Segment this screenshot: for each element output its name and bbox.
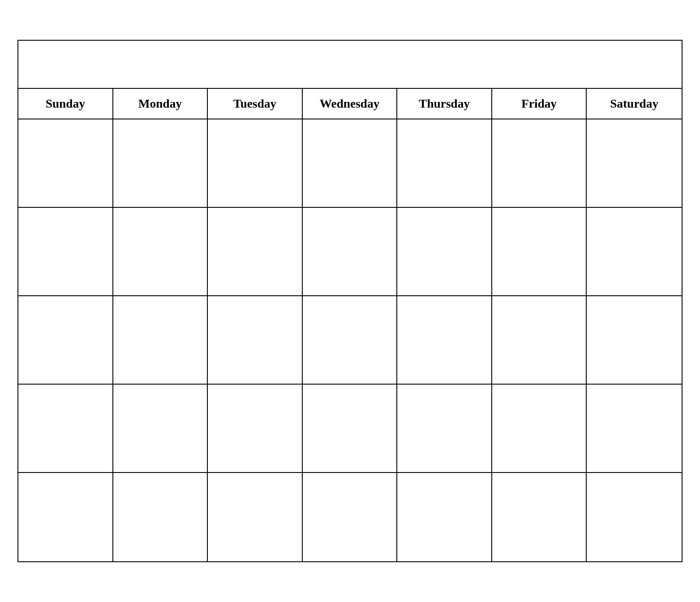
cell-w3-wed[interactable] [303, 296, 398, 384]
day-header-monday: Monday [113, 89, 208, 119]
cell-w5-sat[interactable] [587, 473, 682, 561]
week-row-5 [18, 473, 682, 561]
cell-w4-thu[interactable] [397, 385, 492, 472]
cell-w1-sun[interactable] [18, 119, 113, 207]
cell-w2-wed[interactable] [303, 208, 398, 295]
cell-w5-wed[interactable] [303, 473, 398, 561]
cell-w1-tue[interactable] [208, 119, 303, 207]
calendar-title-area [18, 41, 682, 89]
cell-w5-thu[interactable] [397, 473, 492, 561]
cell-w1-fri[interactable] [492, 119, 587, 207]
day-header-sunday: Sunday [18, 89, 113, 119]
day-header-thursday: Thursday [397, 89, 492, 119]
cell-w4-fri[interactable] [492, 385, 587, 472]
cell-w2-sat[interactable] [587, 208, 682, 295]
cell-w5-mon[interactable] [113, 473, 208, 561]
day-header-wednesday: Wednesday [303, 89, 398, 119]
cell-w2-fri[interactable] [492, 208, 587, 295]
cell-w4-tue[interactable] [208, 385, 303, 472]
cell-w2-mon[interactable] [113, 208, 208, 295]
week-row-1 [18, 119, 682, 208]
week-row-3 [18, 296, 682, 385]
calendar-grid [18, 119, 682, 561]
cell-w2-thu[interactable] [397, 208, 492, 295]
cell-w4-wed[interactable] [303, 385, 398, 472]
cell-w2-sun[interactable] [18, 208, 113, 295]
cell-w4-mon[interactable] [113, 385, 208, 472]
cell-w1-wed[interactable] [303, 119, 398, 207]
day-header-tuesday: Tuesday [208, 89, 303, 119]
day-header-friday: Friday [492, 89, 587, 119]
cell-w1-sat[interactable] [587, 119, 682, 207]
cell-w3-tue[interactable] [208, 296, 303, 384]
cell-w3-mon[interactable] [113, 296, 208, 384]
days-header: Sunday Monday Tuesday Wednesday Thursday… [18, 89, 682, 119]
cell-w2-tue[interactable] [208, 208, 303, 295]
cell-w3-thu[interactable] [397, 296, 492, 384]
cell-w5-tue[interactable] [208, 473, 303, 561]
cell-w5-fri[interactable] [492, 473, 587, 561]
cell-w5-sun[interactable] [18, 473, 113, 561]
week-row-4 [18, 385, 682, 473]
cell-w3-sat[interactable] [587, 296, 682, 384]
cell-w4-sun[interactable] [18, 385, 113, 472]
calendar: Sunday Monday Tuesday Wednesday Thursday… [18, 40, 682, 562]
week-row-2 [18, 208, 682, 296]
cell-w3-sun[interactable] [18, 296, 113, 384]
day-header-saturday: Saturday [587, 89, 682, 119]
cell-w1-thu[interactable] [397, 119, 492, 207]
cell-w1-mon[interactable] [113, 119, 208, 207]
cell-w3-fri[interactable] [492, 296, 587, 384]
cell-w4-sat[interactable] [587, 385, 682, 472]
